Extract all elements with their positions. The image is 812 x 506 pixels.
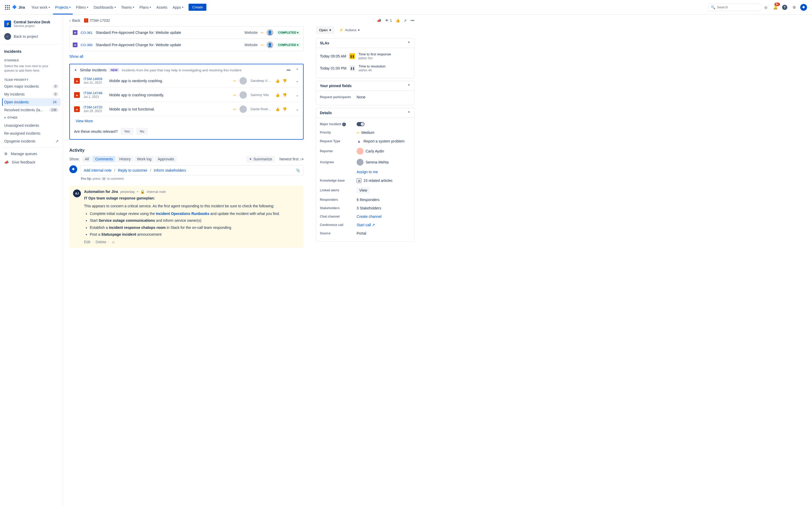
tab-all[interactable]: All [82,156,92,162]
priority-medium-icon: ═ [233,79,236,83]
assignee-avatar [357,159,363,166]
summarize-button[interactable]: ✦Summarize [246,156,275,162]
nav-assets[interactable]: Assets [154,3,169,12]
queue-opsgenie[interactable]: Opsgenie incidents↗ [2,137,61,145]
similar-key[interactable]: ITSM-14720 [83,105,105,109]
assignee-field[interactable]: Serena Mehta [357,159,411,166]
settings-icon[interactable]: ⚙ [790,3,798,12]
tab-worklog[interactable]: Work log [135,156,154,162]
other-toggle[interactable]: ▾OTHER [2,114,61,121]
tab-comments[interactable]: Comments [92,156,116,162]
queue-unassigned[interactable]: Unassigned incidents [2,121,61,130]
nav-apps[interactable]: Apps▾ [170,3,186,12]
relevance-question: Are these results relevant? [74,130,118,134]
reply-customer-link[interactable]: Reply to customer [118,168,148,172]
view-alerts-button[interactable]: View [357,187,370,193]
thumbs-up-icon[interactable]: 👍 [275,93,280,97]
responders-field[interactable]: 6 Responders [357,198,411,202]
profile-avatar[interactable] [799,3,808,12]
sort-newest[interactable]: Newest first↓≡ [279,157,304,161]
notifications-icon[interactable]: 🔔9+ [771,3,780,12]
major-incident-toggle[interactable] [357,122,365,126]
field-value[interactable]: None [357,95,411,99]
thumbs-up-icon[interactable]: 👍 [275,79,280,83]
similar-key[interactable]: ITSM-14609 [83,77,105,81]
relevance-yes-button[interactable]: Yes [121,128,134,135]
more-icon[interactable]: ••• [287,68,290,72]
jira-logo[interactable]: Jira [12,4,25,10]
nav-teams[interactable]: Teams▾ [119,3,136,12]
breadcrumb-issue[interactable]: !ITSM-17032 [84,18,110,22]
delete-link[interactable]: Delete [95,240,106,244]
chevron-down-icon: ▾ [358,28,360,32]
stakeholders-field[interactable]: 3 Stakeholders [357,206,411,210]
sla-pause-icon: ❚❚ [350,65,355,71]
create-channel-link[interactable]: Create channel [357,215,382,219]
slas-head[interactable]: SLAs⌃ [316,38,414,48]
nav-plans[interactable]: Plans▾ [137,3,153,12]
watch-icon[interactable]: 👁 [385,18,389,22]
runbooks-link[interactable]: Incident Operations Runbooks [156,212,209,216]
tab-history[interactable]: History [117,156,133,162]
feedback-icon[interactable]: 📣 [377,18,381,22]
like-icon[interactable]: 👍 [395,18,400,22]
sort-icon: ↓≡ [300,157,304,161]
help-icon[interactable]: ? [781,3,789,12]
thumbs-down-icon[interactable]: 👎 [282,107,287,111]
expand-icon[interactable]: ⌄ [296,93,299,97]
queue-my-incidents[interactable]: My incidents0 [2,90,61,98]
nav-filters[interactable]: Filters▾ [74,3,90,12]
create-button[interactable]: Create [189,4,206,11]
assign-to-me-link[interactable]: Assign to me [357,170,378,174]
linked-row[interactable]: ⇄ CO-360 Standard Pre-Approved Change fo… [70,39,303,51]
queue-resolved[interactable]: Resolved incidents (la...238 [2,106,61,114]
expand-icon[interactable]: ⌄ [296,79,299,83]
nav-dashboards[interactable]: Dashboards▾ [91,3,118,12]
attach-icon[interactable]: 📎 [296,168,300,172]
nav-projects[interactable]: Projects▾ [53,0,73,14]
similar-hint: Incidents from the past that may help in… [122,68,284,72]
linked-row[interactable]: ⇄ CO-361 Standard Pre-Approved Change fo… [70,26,303,39]
show-all-link[interactable]: Show all [69,54,83,59]
notification-badge: 9+ [774,3,780,6]
more-icon[interactable]: ••• [411,18,415,22]
share-icon[interactable]: ⇗ [403,18,407,22]
search-input[interactable]: 🔍 [708,4,760,11]
queue-open-incidents[interactable]: Open incidents24 [2,98,61,106]
comment-input[interactable]: Add internal note / Reply to customer / … [80,165,304,175]
nav-your-work[interactable]: Your work▾ [29,3,52,12]
give-feedback[interactable]: 📣Give feedback [2,158,61,166]
priority-field[interactable]: ═Medium [357,131,411,135]
details-head[interactable]: Details⌃ [316,108,414,118]
queue-open-major[interactable]: Open major incidents0 [2,82,61,90]
add-internal-note-link[interactable]: Add internal note [84,168,112,172]
back-to-project[interactable]: ← Back to project [2,31,61,42]
view-more-link[interactable]: View More [72,116,97,126]
search-field[interactable] [717,5,761,9]
emoji-icon[interactable]: ☺ [112,240,115,244]
status-dropdown[interactable]: Open▾ [316,26,334,34]
request-type-field[interactable]: ▲Report a system problem [357,139,411,144]
queue-reassigned[interactable]: Re-assigned incidents [2,130,61,137]
collapse-icon[interactable]: ⌃ [296,68,299,72]
thumbs-down-icon[interactable]: 👎 [282,93,287,97]
actions-dropdown[interactable]: ⚡Actions▾ [337,26,362,34]
manage-queues[interactable]: ⚙Manage queues [2,150,61,158]
relevance-no-button[interactable]: No [136,128,148,135]
kb-field[interactable]: ▤15 related articles [357,178,411,183]
tab-approvals[interactable]: Approvals [155,156,177,162]
breadcrumb-back[interactable]: ‹Back [69,18,80,22]
thumbs-down-icon[interactable]: 👎 [282,79,287,83]
start-call-link[interactable]: Start call↗ [357,223,375,227]
similar-key[interactable]: ITSM-14748 [83,91,105,95]
reporter-field[interactable]: Carly Aydin [357,148,411,155]
thumbs-up-icon[interactable]: 👍 [275,107,280,111]
quickstart-icon[interactable]: ◎ [761,3,770,12]
inform-stakeholders-link[interactable]: Inform stakeholders [154,168,186,172]
app-switcher-icon[interactable] [4,4,10,10]
info-icon[interactable]: i [342,122,346,126]
pinned-head[interactable]: Your pinned fields⌃ [316,81,414,91]
edit-link[interactable]: Edit [84,240,90,244]
expand-icon[interactable]: ⌄ [296,107,299,111]
chevron-down-icon: ▾ [4,116,6,119]
